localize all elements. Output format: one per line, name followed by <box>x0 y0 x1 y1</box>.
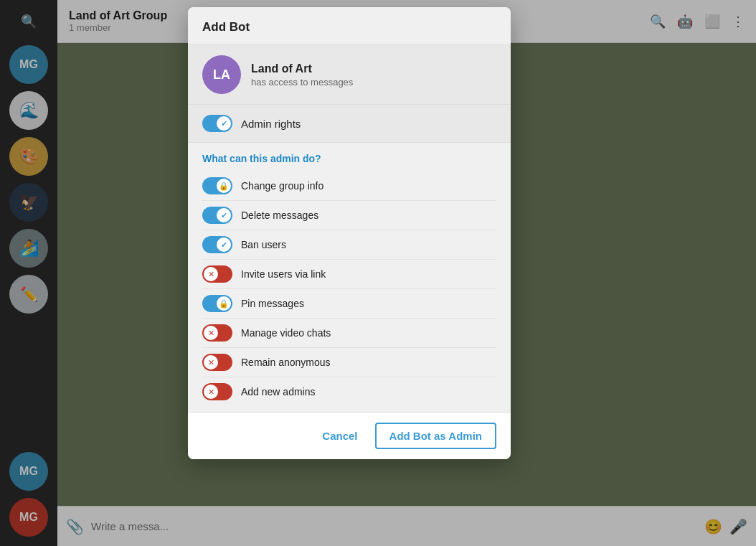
add-bot-dialog: Add Bot LA Land of Art has access to mes… <box>188 7 511 459</box>
bot-subtitle: has access to messages <box>251 77 353 88</box>
perm-row: 🔒 Change group info <box>202 171 496 201</box>
permissions-list: 🔒 Change group info ✔ Delete messages ✔ <box>202 171 496 406</box>
perm-toggle-4[interactable]: 🔒 <box>202 295 232 312</box>
perm-toggle-3[interactable]: ✕ <box>202 265 232 283</box>
perm-toggle-5[interactable]: ✕ <box>202 324 232 342</box>
perm-label-5: Manage video chats <box>241 327 331 339</box>
perm-toggle-0[interactable]: 🔒 <box>202 177 232 194</box>
admin-rights-toggle[interactable]: ✔ <box>202 115 232 132</box>
perm-toggle-6[interactable]: ✕ <box>202 354 232 371</box>
cancel-button[interactable]: Cancel <box>312 424 367 448</box>
perm-toggle-1[interactable]: ✔ <box>202 207 232 224</box>
perm-row: ✕ Manage video chats <box>202 319 496 348</box>
perm-row: ✕ Invite users via link <box>202 260 496 289</box>
perm-row: ✔ Ban users <box>202 230 496 260</box>
bot-name: Land of Art <box>251 62 353 75</box>
perm-label-1: Delete messages <box>241 210 318 221</box>
bot-info-section: LA Land of Art has access to messages <box>188 44 511 105</box>
perm-toggle-2[interactable]: ✔ <box>202 236 232 253</box>
bot-avatar: LA <box>202 55 241 94</box>
admin-rights-row: ✔ Admin rights <box>188 105 511 143</box>
perm-toggle-7[interactable]: ✕ <box>202 383 232 400</box>
perm-label-7: Add new admins <box>241 386 316 397</box>
add-admin-button[interactable]: Add Bot as Admin <box>375 423 496 449</box>
dialog-scroll-area[interactable]: LA Land of Art has access to messages ✔ … <box>188 44 511 412</box>
perm-row: 🔒 Pin messages <box>202 289 496 319</box>
perm-label-3: Invite users via link <box>241 268 326 280</box>
perm-row: ✕ Add new admins <box>202 377 496 406</box>
permissions-heading: What can this admin do? <box>202 153 496 164</box>
dialog-footer: Cancel Add Bot as Admin <box>188 412 511 459</box>
admin-rights-label: Admin rights <box>241 118 301 130</box>
permissions-section: What can this admin do? 🔒 Change group i… <box>188 143 511 412</box>
perm-row: ✔ Delete messages <box>202 201 496 230</box>
perm-row: ✕ Remain anonymous <box>202 348 496 377</box>
perm-label-2: Ban users <box>241 239 286 250</box>
perm-label-4: Pin messages <box>241 298 304 309</box>
dialog-title: Add Bot <box>188 7 511 44</box>
perm-label-6: Remain anonymous <box>241 357 331 368</box>
perm-label-0: Change group info <box>241 180 323 192</box>
